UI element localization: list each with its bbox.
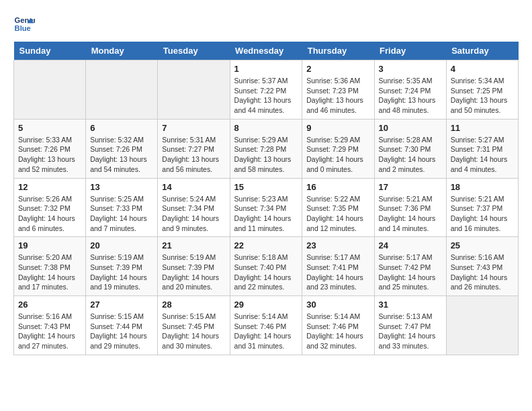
day-number: 17 — [379, 182, 442, 192]
week-row-1: 1Sunrise: 5:37 AMSunset: 7:22 PMDaylight… — [14, 60, 519, 120]
day-info: Sunrise: 5:19 AMSunset: 7:39 PMDaylight:… — [90, 253, 153, 292]
day-number: 28 — [162, 300, 225, 310]
calendar-cell: 15Sunrise: 5:23 AMSunset: 7:34 PMDayligh… — [230, 178, 302, 237]
day-info: Sunrise: 5:14 AMSunset: 7:46 PMDaylight:… — [306, 312, 369, 351]
day-number: 16 — [306, 182, 369, 192]
day-info: Sunrise: 5:29 AMSunset: 7:28 PMDaylight:… — [234, 135, 298, 175]
calendar-cell: 29Sunrise: 5:14 AMSunset: 7:46 PMDayligh… — [230, 296, 302, 355]
day-info: Sunrise: 5:16 AMSunset: 7:43 PMDaylight:… — [18, 312, 81, 351]
day-info: Sunrise: 5:17 AMSunset: 7:41 PMDaylight:… — [306, 253, 369, 292]
calendar-cell: 19Sunrise: 5:20 AMSunset: 7:38 PMDayligh… — [14, 237, 86, 296]
calendar-cell: 23Sunrise: 5:17 AMSunset: 7:41 PMDayligh… — [302, 237, 374, 296]
day-number: 23 — [306, 240, 369, 250]
calendar-cell: 20Sunrise: 5:19 AMSunset: 7:39 PMDayligh… — [86, 237, 158, 296]
week-row-4: 19Sunrise: 5:20 AMSunset: 7:38 PMDayligh… — [14, 237, 519, 296]
day-number: 9 — [306, 123, 369, 133]
weekday-header-tuesday: Tuesday — [158, 42, 230, 60]
day-number: 21 — [162, 240, 225, 250]
calendar-cell: 2Sunrise: 5:36 AMSunset: 7:23 PMDaylight… — [302, 60, 374, 120]
day-info: Sunrise: 5:18 AMSunset: 7:40 PMDaylight:… — [234, 253, 298, 292]
calendar-cell: 25Sunrise: 5:16 AMSunset: 7:43 PMDayligh… — [446, 237, 518, 296]
calendar-cell: 13Sunrise: 5:25 AMSunset: 7:33 PMDayligh… — [86, 178, 158, 237]
day-number: 27 — [90, 300, 153, 310]
calendar-cell: 4Sunrise: 5:34 AMSunset: 7:25 PMDaylight… — [446, 60, 518, 120]
calendar-cell: 1Sunrise: 5:37 AMSunset: 7:22 PMDaylight… — [230, 60, 302, 120]
day-number: 7 — [162, 123, 225, 133]
day-info: Sunrise: 5:21 AMSunset: 7:37 PMDaylight:… — [451, 194, 514, 234]
weekday-header-wednesday: Wednesday — [230, 42, 302, 60]
day-number: 10 — [379, 123, 442, 133]
calendar-cell: 28Sunrise: 5:15 AMSunset: 7:45 PMDayligh… — [158, 296, 230, 355]
day-info: Sunrise: 5:17 AMSunset: 7:42 PMDaylight:… — [379, 253, 442, 292]
calendar-cell: 9Sunrise: 5:29 AMSunset: 7:29 PMDaylight… — [302, 119, 374, 178]
day-info: Sunrise: 5:19 AMSunset: 7:39 PMDaylight:… — [162, 253, 225, 292]
day-info: Sunrise: 5:32 AMSunset: 7:26 PMDaylight:… — [90, 135, 153, 175]
weekday-header-friday: Friday — [374, 42, 446, 60]
calendar-cell: 16Sunrise: 5:22 AMSunset: 7:35 PMDayligh… — [302, 178, 374, 237]
day-number: 3 — [379, 64, 442, 74]
day-info: Sunrise: 5:34 AMSunset: 7:25 PMDaylight:… — [451, 76, 514, 116]
day-info: Sunrise: 5:16 AMSunset: 7:43 PMDaylight:… — [451, 253, 514, 292]
day-number: 11 — [451, 123, 514, 133]
calendar-cell: 10Sunrise: 5:28 AMSunset: 7:30 PMDayligh… — [374, 119, 446, 178]
calendar-cell — [446, 296, 518, 355]
day-info: Sunrise: 5:37 AMSunset: 7:22 PMDaylight:… — [234, 76, 298, 116]
calendar-cell: 3Sunrise: 5:35 AMSunset: 7:24 PMDaylight… — [374, 60, 446, 120]
day-info: Sunrise: 5:31 AMSunset: 7:27 PMDaylight:… — [162, 135, 225, 175]
logo-icon: General Blue — [13, 13, 35, 35]
calendar-cell: 6Sunrise: 5:32 AMSunset: 7:26 PMDaylight… — [86, 119, 158, 178]
calendar-cell: 21Sunrise: 5:19 AMSunset: 7:39 PMDayligh… — [158, 237, 230, 296]
weekday-header-row: SundayMondayTuesdayWednesdayThursdayFrid… — [14, 42, 519, 60]
day-number: 29 — [234, 300, 298, 310]
calendar-cell: 22Sunrise: 5:18 AMSunset: 7:40 PMDayligh… — [230, 237, 302, 296]
day-info: Sunrise: 5:36 AMSunset: 7:23 PMDaylight:… — [306, 76, 369, 116]
calendar-cell: 11Sunrise: 5:27 AMSunset: 7:31 PMDayligh… — [446, 119, 518, 178]
week-row-3: 12Sunrise: 5:26 AMSunset: 7:32 PMDayligh… — [14, 178, 519, 237]
day-number: 6 — [90, 123, 153, 133]
calendar-cell: 8Sunrise: 5:29 AMSunset: 7:28 PMDaylight… — [230, 119, 302, 178]
day-info: Sunrise: 5:15 AMSunset: 7:44 PMDaylight:… — [90, 312, 153, 351]
day-number: 31 — [379, 300, 442, 310]
calendar-cell: 17Sunrise: 5:21 AMSunset: 7:36 PMDayligh… — [374, 178, 446, 237]
calendar-cell: 12Sunrise: 5:26 AMSunset: 7:32 PMDayligh… — [14, 178, 86, 237]
day-number: 19 — [18, 240, 81, 250]
day-number: 24 — [379, 240, 442, 250]
day-info: Sunrise: 5:29 AMSunset: 7:29 PMDaylight:… — [306, 135, 369, 175]
week-row-5: 26Sunrise: 5:16 AMSunset: 7:43 PMDayligh… — [14, 296, 519, 355]
calendar-cell: 31Sunrise: 5:13 AMSunset: 7:47 PMDayligh… — [374, 296, 446, 355]
page-header: General Blue — [13, 13, 519, 35]
day-number: 20 — [90, 240, 153, 250]
day-info: Sunrise: 5:28 AMSunset: 7:30 PMDaylight:… — [379, 135, 442, 175]
calendar-cell: 14Sunrise: 5:24 AMSunset: 7:34 PMDayligh… — [158, 178, 230, 237]
day-number: 26 — [18, 300, 81, 310]
day-number: 22 — [234, 240, 298, 250]
day-info: Sunrise: 5:14 AMSunset: 7:46 PMDaylight:… — [234, 312, 298, 351]
weekday-header-thursday: Thursday — [302, 42, 374, 60]
calendar-cell: 24Sunrise: 5:17 AMSunset: 7:42 PMDayligh… — [374, 237, 446, 296]
svg-text:Blue: Blue — [15, 24, 31, 32]
calendar-cell: 5Sunrise: 5:33 AMSunset: 7:26 PMDaylight… — [14, 119, 86, 178]
day-info: Sunrise: 5:25 AMSunset: 7:33 PMDaylight:… — [90, 194, 153, 234]
day-info: Sunrise: 5:13 AMSunset: 7:47 PMDaylight:… — [379, 312, 442, 351]
day-info: Sunrise: 5:27 AMSunset: 7:31 PMDaylight:… — [451, 135, 514, 175]
day-info: Sunrise: 5:26 AMSunset: 7:32 PMDaylight:… — [18, 194, 81, 234]
weekday-header-saturday: Saturday — [446, 42, 518, 60]
day-info: Sunrise: 5:20 AMSunset: 7:38 PMDaylight:… — [18, 253, 81, 292]
day-info: Sunrise: 5:24 AMSunset: 7:34 PMDaylight:… — [162, 194, 225, 234]
day-number: 18 — [451, 182, 514, 192]
day-number: 5 — [18, 123, 81, 133]
calendar-cell: 18Sunrise: 5:21 AMSunset: 7:37 PMDayligh… — [446, 178, 518, 237]
day-number: 15 — [234, 182, 298, 192]
day-number: 1 — [234, 64, 298, 74]
calendar-cell — [86, 60, 158, 120]
day-info: Sunrise: 5:22 AMSunset: 7:35 PMDaylight:… — [306, 194, 369, 234]
weekday-header-sunday: Sunday — [14, 42, 86, 60]
day-number: 2 — [306, 64, 369, 74]
day-number: 14 — [162, 182, 225, 192]
day-info: Sunrise: 5:33 AMSunset: 7:26 PMDaylight:… — [18, 135, 81, 175]
calendar-cell — [14, 60, 86, 120]
day-info: Sunrise: 5:23 AMSunset: 7:34 PMDaylight:… — [234, 194, 298, 234]
calendar-cell: 27Sunrise: 5:15 AMSunset: 7:44 PMDayligh… — [86, 296, 158, 355]
day-number: 30 — [306, 300, 369, 310]
day-number: 4 — [451, 64, 514, 74]
